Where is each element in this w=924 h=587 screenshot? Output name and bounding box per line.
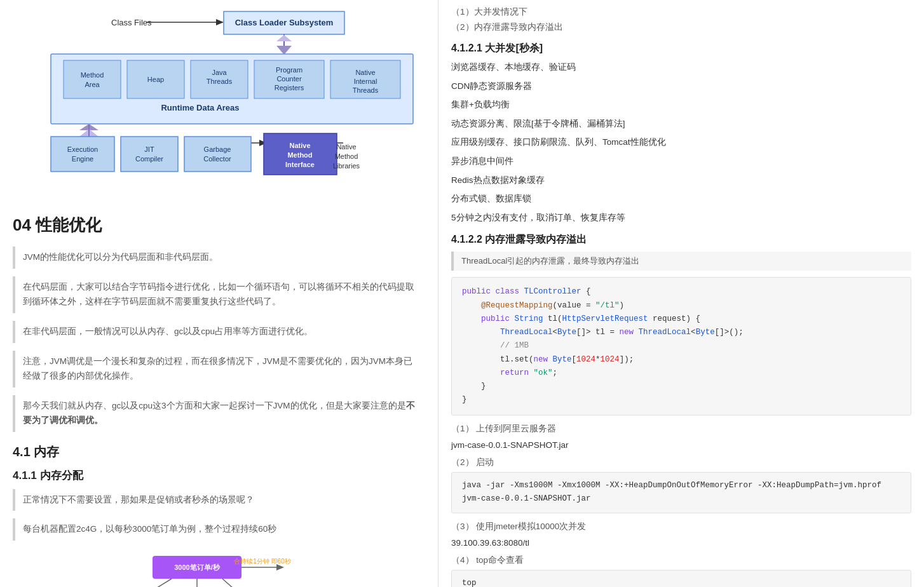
svg-marker-53	[276, 564, 284, 570]
step-2-command: java -jar -Xms1000M -Xmx1000M -XX:+HeapD…	[451, 472, 911, 513]
item-app-cache: 应用级别缓存、接口防刷限流、队列、Tomcat性能优化	[451, 135, 911, 149]
svg-text:Libraries: Libraries	[333, 162, 360, 170]
svg-rect-9	[64, 60, 121, 98]
svg-rect-34	[51, 137, 114, 172]
step-3-content: 39.100.39.63:8080/tl	[451, 536, 911, 550]
svg-text:Method: Method	[81, 71, 104, 79]
threadlocal-comment: ThreadLocal引起的内存泄露，最终导致内存溢出	[451, 252, 911, 271]
svg-text:Threads: Threads	[353, 86, 379, 94]
item-lock: 分布式锁、数据库锁	[451, 192, 911, 206]
section-411-title: 4.1.1 内存分配	[13, 468, 425, 483]
svg-text:JIT: JIT	[144, 145, 154, 153]
blockquote-1: 在代码层面，大家可以结合字节码指令进行优化，比如一个循环语句，可以将循环不相关的…	[13, 276, 425, 313]
step-4-commands: top top -HD PID	[451, 570, 911, 587]
section-41: 4.1 内存 4.1.1 内存分配 正常情况下不需要设置，那如果是促销或者秒杀的…	[13, 443, 425, 588]
svg-marker-6	[276, 35, 292, 41]
svg-text:Threads: Threads	[207, 78, 233, 85]
item-5min: 5分钟之内没有支付，取消订单、恢复库存等	[451, 211, 911, 225]
svg-text:Java: Java	[212, 69, 227, 76]
item-cluster: 集群+负载均衡	[451, 98, 911, 112]
section-4121-title: 4.1.2.1 大并发[秒杀]	[451, 42, 911, 55]
svg-text:Method: Method	[335, 152, 358, 160]
svg-rect-37	[121, 137, 178, 172]
svg-marker-5	[276, 46, 292, 55]
section-04: 04 性能优化 JVM的性能优化可以分为代码层面和非代码层面。 在代码层面，大家…	[13, 214, 425, 432]
jvm-diagram: Class Files Class Loader Subsystem Runti…	[13, 6, 425, 199]
svg-rect-40	[184, 137, 251, 172]
step-1: （1） 上传到阿里云服务器 jvm-case-0.0.1-SNAPSHOT.ja…	[451, 423, 911, 452]
svg-text:Counter: Counter	[276, 75, 301, 83]
class-files-label: Class Files	[111, 18, 152, 27]
right-panel: （1）大并发情况下 （2）内存泄露导致内存溢出 4.1.2.1 大并发[秒杀] …	[438, 0, 924, 587]
svg-text:Native: Native	[336, 143, 356, 151]
svg-text:Native: Native	[289, 142, 310, 149]
svg-text:Garbage: Garbage	[204, 145, 231, 153]
svg-line-57	[222, 579, 245, 587]
section-411-bq-0: 正常情况下不需要设置，那如果是促销或者秒杀的场景呢？	[13, 489, 425, 511]
svg-text:Native: Native	[355, 69, 375, 76]
flowchart-area: 3000笔订单/秒 合持续1分钟 即60秒 订单服务 1000笔/秒 口单服务 …	[13, 551, 425, 587]
svg-text:Method: Method	[287, 151, 312, 159]
blockquote-0: JVM的性能优化可以分为代码层面和非代码层面。	[13, 246, 425, 269]
svg-text:Area: Area	[85, 81, 100, 88]
step-2: （2） 启动 java -jar -Xms1000M -Xmx1000M -XX…	[451, 457, 911, 513]
step-4: （4） top命令查看 top top -HD PID	[451, 555, 911, 587]
svg-text:Interface: Interface	[285, 161, 315, 168]
section-41-title: 4.1 内存	[13, 443, 425, 461]
section-04-title: 04 性能优化	[13, 214, 425, 236]
item-dynamic: 动态资源分离、限流[基于令牌桶、漏桶算法]	[451, 117, 911, 131]
code-block-tlcontroller: public class TLController { @RequestMapp…	[451, 277, 911, 415]
toc-item-2: （2）内存泄露导致内存溢出	[451, 22, 911, 33]
svg-text:合持续1分钟 即60秒: 合持续1分钟 即60秒	[234, 558, 290, 565]
item-browser-cache: 浏览器缓存、本地缓存、验证码	[451, 60, 911, 74]
toc-item-1: （1）大并发情况下	[451, 6, 911, 18]
svg-text:Registers: Registers	[275, 84, 304, 91]
svg-text:Collector: Collector	[203, 155, 231, 163]
svg-text:Heap: Heap	[147, 76, 164, 83]
svg-text:Runtime Data Areas: Runtime Data Areas	[161, 103, 239, 112]
item-async: 异步消息中间件	[451, 154, 911, 168]
step-1-content: jvm-case-0.0.1-SNAPSHOT.jar	[451, 438, 911, 452]
item-redis: Redis热点数据对象缓存	[451, 173, 911, 187]
section-411-bq-1: 每台机器配置2c4G，以每秒3000笔订单为例，整个过程持续60秒	[13, 518, 425, 541]
svg-text:Program: Program	[276, 66, 302, 74]
item-cdn: CDN静态资源服务器	[451, 79, 911, 93]
svg-line-55	[140, 579, 172, 587]
blockquote-2: 在非代码层面，一般情况可以从内存、gc以及cpu占用率等方面进行优化。	[13, 321, 425, 343]
blockquote-4: 那今天我们就从内存、gc以及cpu这3个方面和大家一起探讨一下JVM的优化，但是…	[13, 395, 425, 432]
svg-text:Compiler: Compiler	[135, 155, 163, 163]
svg-marker-1	[216, 19, 224, 25]
svg-text:Internal: Internal	[354, 78, 377, 85]
step-3: （3） 使用jmeter模拟10000次并发 39.100.39.63:8080…	[451, 521, 911, 550]
svg-text:Class Loader Subsystem: Class Loader Subsystem	[235, 18, 334, 27]
blockquote-3: 注意，JVM调优是一个漫长和复杂的过程，而在很多情况下，JVM是不需要优化的，因…	[13, 351, 425, 388]
left-panel: Class Files Class Loader Subsystem Runti…	[0, 0, 438, 587]
svg-text:Engine: Engine	[72, 155, 93, 163]
section-4122-title: 4.1.2.2 内存泄露导致内存溢出	[451, 233, 911, 246]
svg-text:3000笔订单/秒: 3000笔订单/秒	[174, 563, 221, 571]
svg-text:Execution: Execution	[67, 145, 98, 153]
